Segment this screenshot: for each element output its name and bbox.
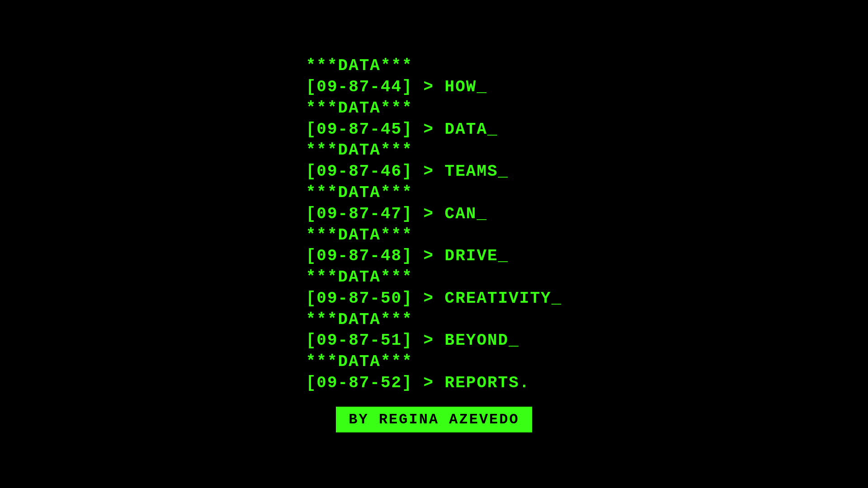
entry-line: [09-87-47] > CAN_ <box>306 204 562 225</box>
entry-line: [09-87-51] > BEYOND_ <box>306 330 562 352</box>
data-marker-line: ***DATA*** <box>306 225 562 246</box>
data-marker-line: ***DATA*** <box>306 310 562 331</box>
entry-line: [09-87-45] > DATA_ <box>306 119 562 141</box>
data-marker-line: ***DATA*** <box>306 140 562 161</box>
byline-box: BY REGINA AZEVEDO <box>336 407 532 432</box>
entry-line: [09-87-50] > CREATIVITY_ <box>306 288 562 310</box>
entry-line: [09-87-46] > TEAMS_ <box>306 161 562 183</box>
entry-line: [09-87-44] > HOW_ <box>306 77 562 98</box>
terminal-container: ***DATA***[09-87-44] > HOW_***DATA***[09… <box>306 56 562 432</box>
data-marker-line: ***DATA*** <box>306 56 562 77</box>
data-marker-line: ***DATA*** <box>306 183 562 204</box>
data-marker-line: ***DATA*** <box>306 352 562 373</box>
entry-line: [09-87-52] > REPORTS. <box>306 373 562 394</box>
terminal-lines: ***DATA***[09-87-44] > HOW_***DATA***[09… <box>306 56 562 394</box>
byline-container: BY REGINA AZEVEDO <box>336 407 532 432</box>
data-marker-line: ***DATA*** <box>306 98 562 119</box>
entry-line: [09-87-48] > DRIVE_ <box>306 246 562 267</box>
data-marker-line: ***DATA*** <box>306 267 562 288</box>
